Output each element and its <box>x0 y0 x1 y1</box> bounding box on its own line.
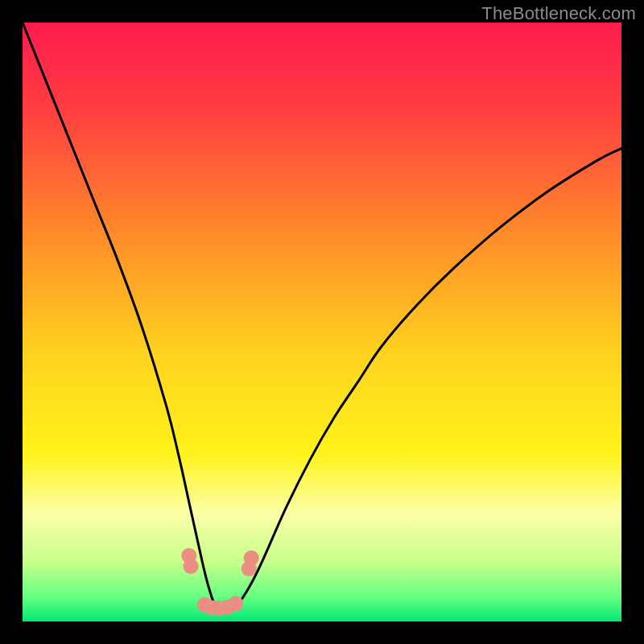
plot-area <box>23 23 621 621</box>
data-marker <box>244 551 259 566</box>
data-marker <box>184 559 199 574</box>
bottleneck-curve <box>23 23 621 610</box>
data-marker <box>228 596 243 611</box>
chart-frame: { "watermark": "TheBottleneck.com", "col… <box>0 0 644 644</box>
curve-layer <box>23 23 621 621</box>
watermark-text: TheBottleneck.com <box>481 3 636 24</box>
curve-markers <box>181 548 258 616</box>
